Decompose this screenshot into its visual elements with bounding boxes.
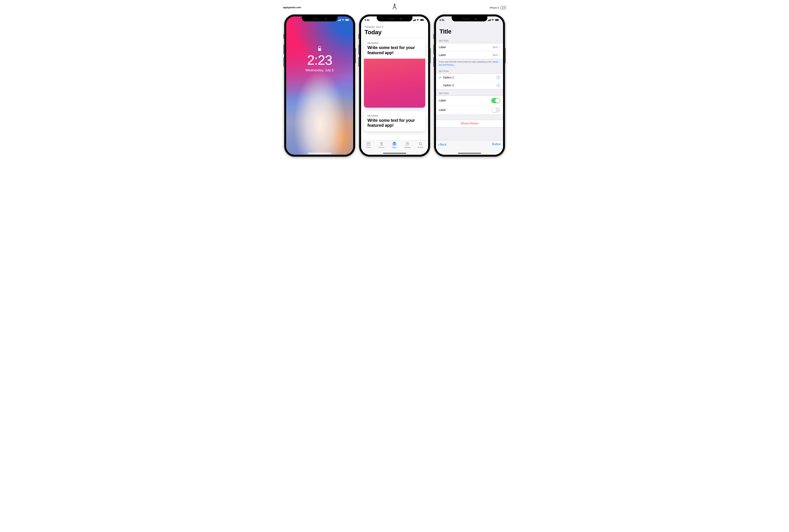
version-badge: 1.0 <box>500 6 506 9</box>
cellular-icon <box>413 19 416 21</box>
toolbar-action-button[interactable]: Button <box>492 142 501 146</box>
page-title: Title <box>436 24 503 37</box>
device-today: 9:41 TUESDAY, JULY 5 Today HEADING <box>359 14 430 157</box>
layers-icon <box>388 141 401 146</box>
tab-label: Apps <box>388 146 401 148</box>
cell-label: Label <box>439 46 493 49</box>
option-row[interactable]: Option 2 i <box>439 81 503 89</box>
svg-rect-4 <box>318 48 321 51</box>
notch <box>377 16 412 21</box>
info-icon[interactable]: i <box>497 76 500 79</box>
cell-label: Option 1 <box>443 76 497 79</box>
section-footer: Press and hold the home button to start … <box>436 59 503 67</box>
reset-button[interactable]: Reset iPhone <box>436 120 503 127</box>
svg-rect-17 <box>495 19 498 21</box>
card-heading: HEADING <box>367 114 422 117</box>
cell-label: Label <box>439 108 491 112</box>
today-icon <box>362 141 375 146</box>
wifi-icon <box>416 19 419 21</box>
chevron-right-icon: › <box>499 53 500 57</box>
section-header: SECTION <box>436 37 503 43</box>
card-body: Write some text for your featured app! <box>367 118 422 128</box>
toolbar: ‹ Back Button <box>436 140 503 155</box>
option-row[interactable]: ✓ Option 1 i <box>436 74 503 81</box>
cellular-icon <box>488 19 491 21</box>
switch-row: Label <box>436 96 503 105</box>
card-heading: HEADING <box>367 42 422 44</box>
featured-card[interactable]: HEADING Write some text for your feature… <box>364 111 425 131</box>
chevron-right-icon: › <box>499 45 500 49</box>
battery-icon <box>345 19 350 21</box>
side-button[interactable] <box>355 48 356 63</box>
tab-search[interactable]: Search <box>414 141 427 148</box>
tab-label: Search <box>414 146 427 148</box>
tab-label: Today <box>362 146 375 148</box>
notch <box>302 16 337 21</box>
cell-label: Option 2 <box>443 84 497 87</box>
lock-icon <box>286 46 353 52</box>
side-button[interactable] <box>430 48 431 63</box>
svg-point-12 <box>381 143 382 144</box>
wifi-icon <box>491 19 494 21</box>
tab-today[interactable]: Today <box>362 141 375 148</box>
wifi-icon <box>342 19 344 21</box>
battery-icon <box>420 19 425 21</box>
toolbar-action-label: Button <box>492 142 501 146</box>
lock-time: 2:23 <box>286 53 353 67</box>
device-lockscreen: 2:23 Wednesday, July 5 <box>284 14 355 157</box>
cellular-icon <box>338 19 341 21</box>
tab-apps[interactable]: Apps <box>388 141 401 148</box>
switch-on[interactable] <box>491 98 500 103</box>
section-header: SECTION <box>436 67 503 74</box>
lock-wallpaper <box>286 16 353 155</box>
search-icon <box>414 141 427 146</box>
card-image <box>364 59 425 108</box>
back-label: Back <box>440 143 447 146</box>
info-icon[interactable]: i <box>497 83 500 87</box>
applypixels-logo-icon <box>391 3 398 10</box>
svg-line-15 <box>421 145 422 145</box>
reset-label: Reset iPhone <box>461 122 478 125</box>
updates-icon <box>401 141 414 146</box>
cell-detail: Item <box>492 46 498 49</box>
svg-rect-3 <box>349 20 349 20</box>
back-button[interactable]: ‹ Back <box>438 142 447 147</box>
table-row[interactable]: Label Item › <box>439 51 503 59</box>
today-date-label: TUESDAY, JULY 5 <box>365 26 425 28</box>
featured-card[interactable]: HEADING Write some text for your feature… <box>364 39 425 108</box>
device-name-text: iPhone X <box>490 6 499 9</box>
tab-label: Updates <box>401 146 414 148</box>
svg-rect-6 <box>420 19 423 21</box>
switch-off[interactable] <box>491 107 500 113</box>
cell-detail: Item <box>492 54 498 57</box>
tab-updates[interactable]: Updates <box>401 141 414 148</box>
device-settings: 9:41 Title SECTION Label Item › <box>434 14 505 157</box>
home-indicator[interactable] <box>308 153 331 154</box>
tab-label: Games <box>375 146 388 148</box>
rocket-icon <box>375 141 388 146</box>
checkmark-icon: ✓ <box>439 76 443 79</box>
battery-icon <box>495 19 499 21</box>
lock-date: Wednesday, July 5 <box>286 68 353 72</box>
tab-games[interactable]: Games <box>375 141 388 148</box>
brand-text: applypixels.com <box>283 6 301 9</box>
home-indicator[interactable] <box>383 153 406 154</box>
side-button[interactable] <box>505 48 506 63</box>
home-indicator[interactable] <box>458 153 481 154</box>
svg-rect-7 <box>424 20 424 20</box>
cell-label: Label <box>439 99 491 102</box>
table-row[interactable]: Label Item › <box>436 43 503 51</box>
notch <box>452 16 487 21</box>
svg-rect-18 <box>499 20 499 20</box>
section-header: SECTION <box>436 89 503 96</box>
cell-label: Label <box>439 54 493 57</box>
switch-row: Label <box>439 105 503 115</box>
card-body: Write some text for your featured app! <box>367 45 422 55</box>
svg-rect-2 <box>345 19 349 21</box>
tab-bar: Today Games Apps Updates <box>361 140 428 155</box>
page-title: Today <box>365 29 425 36</box>
chevron-left-icon: ‹ <box>438 142 440 147</box>
